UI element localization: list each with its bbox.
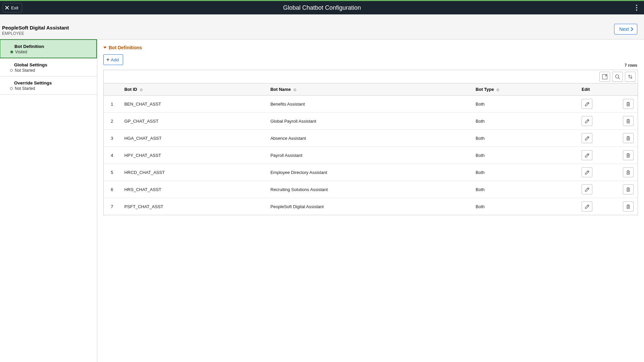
cell-bot-id: HRCD_CHAT_ASST: [120, 164, 266, 181]
cell-bot-type: Both: [472, 164, 578, 181]
col-header-bot-name[interactable]: Bot Name ◇: [266, 83, 472, 96]
sub-header: PeopleSoft Digital Assistant EMPLOYEE Ne…: [0, 14, 644, 40]
cell-bot-id: BEN_CHAT_ASST: [120, 96, 266, 113]
cell-bot-type: Both: [472, 181, 578, 198]
cell-bot-name: Employee Directory Assistant: [266, 164, 472, 181]
col-header-edit: Edit: [578, 83, 611, 96]
cell-bot-name: Recruiting Solutions Assistant: [266, 181, 472, 198]
edit-row-button[interactable]: [582, 116, 592, 126]
cell-bot-type: Both: [472, 147, 578, 164]
pencil-icon: [585, 170, 590, 175]
trash-icon: [626, 187, 631, 192]
status-notstarted-icon: [10, 69, 13, 72]
delete-row-button[interactable]: [623, 184, 634, 194]
app-header: Exit Global Chatbot Configuration: [0, 1, 644, 14]
section-title: Bot Definitions: [109, 45, 142, 50]
grid-sort-button[interactable]: [625, 72, 636, 82]
col-header-row-number: [104, 83, 120, 96]
pencil-icon: [585, 204, 590, 209]
step-status-label: Not Started: [15, 86, 35, 91]
cell-bot-name: Payroll Assistant: [266, 147, 472, 164]
cell-bot-name: Global Payroll Assistant: [266, 113, 472, 130]
delete-row-button[interactable]: [623, 150, 634, 160]
table-row: 4 HPY_CHAT_ASST Payroll Assistant Both: [104, 147, 638, 164]
trash-icon: [626, 136, 631, 141]
cell-row-number: 5: [104, 164, 120, 181]
edit-row-button[interactable]: [582, 133, 592, 143]
table-row: 7 PSFT_CHAT_ASST PeopleSoft Digital Assi…: [104, 198, 638, 215]
cell-bot-type: Both: [472, 96, 578, 113]
col-label: Bot Name: [270, 87, 291, 92]
sort-icon: ◇: [140, 87, 143, 92]
delete-row-button[interactable]: [623, 201, 634, 212]
main-content: Bot Definitions + Add 7 rows: [97, 40, 644, 362]
edit-row-button[interactable]: [582, 201, 592, 212]
wizard-sidebar: Bot Definition Visited Global Settings N…: [0, 40, 97, 362]
edit-row-button[interactable]: [582, 184, 592, 194]
kebab-dot-icon: [636, 5, 637, 6]
cell-bot-type: Both: [472, 130, 578, 147]
sort-icon: ◇: [293, 87, 296, 92]
edit-row-button[interactable]: [582, 99, 592, 109]
bot-definitions-grid: Bot ID ◇ Bot Name ◇ Bot Type ◇: [103, 70, 638, 215]
next-label: Next: [619, 26, 629, 32]
pencil-icon: [585, 136, 590, 141]
step-status-label: Visited: [15, 50, 27, 54]
caret-down-icon: [103, 47, 107, 49]
exit-button[interactable]: Exit: [3, 3, 22, 12]
cell-bot-id: PSFT_CHAT_ASST: [120, 198, 266, 215]
col-label: Bot ID: [124, 87, 137, 92]
search-icon: [615, 74, 620, 79]
trash-icon: [626, 170, 631, 175]
add-button[interactable]: + Add: [103, 54, 123, 65]
step-status-label: Not Started: [15, 68, 35, 73]
kebab-dot-icon: [636, 9, 637, 11]
pencil-icon: [585, 119, 590, 124]
cell-bot-name: PeopleSoft Digital Assistant: [266, 198, 472, 215]
expand-icon: [602, 74, 607, 79]
pencil-icon: [585, 153, 590, 158]
col-header-bot-type[interactable]: Bot Type ◇: [472, 83, 578, 96]
table-row: 3 HGA_CHAT_ASST Absence Assistant Both: [104, 130, 638, 147]
delete-row-button[interactable]: [623, 167, 634, 177]
cell-row-number: 6: [104, 181, 120, 198]
status-visited-icon: [10, 51, 13, 53]
cell-bot-name: Absence Assistant: [266, 130, 472, 147]
page-title: Global Chatbot Configuration: [283, 4, 361, 11]
assistant-subtitle: EMPLOYEE: [2, 31, 614, 36]
delete-row-button[interactable]: [623, 133, 634, 143]
grid-search-button[interactable]: [612, 72, 623, 82]
next-button[interactable]: Next: [614, 24, 637, 35]
sidebar-step-global-settings[interactable]: Global Settings Not Started: [0, 58, 97, 76]
grid-toolbar: [104, 70, 638, 83]
delete-row-button[interactable]: [623, 116, 634, 126]
col-header-bot-id[interactable]: Bot ID ◇: [120, 83, 266, 96]
add-label: Add: [111, 57, 119, 62]
exit-label: Exit: [11, 5, 18, 10]
cell-bot-id: HPY_CHAT_ASST: [120, 147, 266, 164]
cell-bot-id: HRS_CHAT_ASST: [120, 181, 266, 198]
step-title: Bot Definition: [14, 44, 92, 49]
row-count-label: 7 rows: [625, 63, 637, 68]
edit-row-button[interactable]: [582, 150, 592, 160]
actions-menu-button[interactable]: [632, 3, 641, 12]
trash-icon: [626, 102, 631, 107]
cell-bot-type: Both: [472, 113, 578, 130]
section-toggle-bot-definitions[interactable]: Bot Definitions: [103, 45, 638, 50]
cell-bot-id: HGA_CHAT_ASST: [120, 130, 266, 147]
pencil-icon: [585, 187, 590, 192]
table-row: 6 HRS_CHAT_ASST Recruiting Solutions Ass…: [104, 181, 638, 198]
delete-row-button[interactable]: [623, 99, 634, 109]
pencil-icon: [585, 102, 590, 107]
sidebar-step-override-settings[interactable]: Override Settings Not Started: [0, 76, 97, 95]
close-icon: [5, 6, 9, 10]
svg-point-1: [615, 75, 619, 78]
grid-expand-button[interactable]: [599, 72, 610, 82]
table-row: 2 GP_CHAT_ASST Global Payroll Assistant …: [104, 113, 638, 130]
status-notstarted-icon: [10, 87, 13, 90]
trash-icon: [626, 119, 631, 124]
cell-row-number: 2: [104, 113, 120, 130]
edit-row-button[interactable]: [582, 167, 592, 177]
cell-bot-id: GP_CHAT_ASST: [120, 113, 266, 130]
sidebar-step-bot-definition[interactable]: Bot Definition Visited: [0, 39, 97, 58]
